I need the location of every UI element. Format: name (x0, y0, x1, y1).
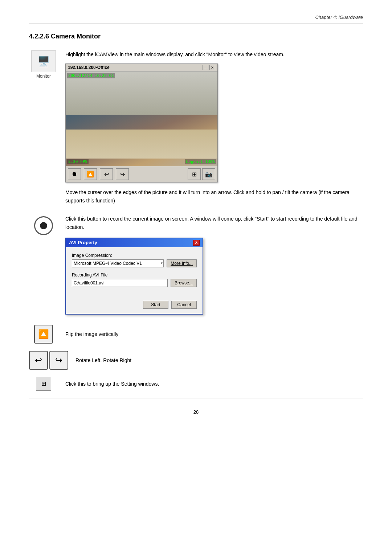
more-info-button[interactable]: More Info... (167, 259, 197, 267)
record-cam-button[interactable]: ⏺ (68, 168, 81, 180)
setting-section: ⊞ Click this to bring up the Setting win… (29, 377, 363, 391)
avi-close-button[interactable]: X (193, 240, 200, 246)
monitor-icon: 🖥️ (31, 50, 56, 72)
rotate-section: ↩ ↪ Rotate Left, Rotate Right (29, 351, 363, 370)
camera-window-controls[interactable]: _ X (203, 65, 215, 70)
rotate-left-cam-button[interactable]: ↩ (100, 168, 113, 180)
close-button[interactable]: X (209, 65, 215, 70)
record-content: Click this button to record the current … (65, 215, 363, 315)
recording-file-row: Browse... (72, 279, 197, 287)
flip-description: Flip the image vertically (65, 330, 118, 338)
camera-timestamp: 2005/12/14 10:22:01 (67, 73, 115, 78)
rotate-description: Rotate Left, Rotate Right (75, 356, 131, 364)
flip-section: 🔼 Flip the image vertically (29, 325, 363, 344)
avi-property-dialog: AVI Property X Image Compression: Micros… (65, 238, 203, 315)
camera-titlebar: 192.168.0.200-Office _ X (66, 64, 217, 71)
codec-select-wrap[interactable]: Microsoft MPEG-4 Video Codec V1 (72, 259, 164, 267)
top-divider (29, 24, 363, 24)
image-compression-row: Microsoft MPEG-4 Video Codec V1 More Inf… (72, 259, 197, 267)
pan-description: Move the curser over the edges of the pi… (65, 188, 363, 205)
record-description: Click this button to record the current … (65, 215, 363, 231)
rotate-left-icon: ↩ (29, 351, 48, 370)
cancel-button[interactable]: Cancel (171, 301, 197, 309)
monitor-section: 🖥️ Monitor Highlight the iCAMView in the… (29, 50, 363, 205)
setting-icon: ⊞ (36, 377, 51, 391)
camera-extra-buttons[interactable]: ⊞ 📷 (188, 168, 215, 180)
settings-cam-button[interactable]: ⊞ (188, 168, 201, 180)
flip-icon-area: 🔼 (29, 325, 58, 344)
camera-control-buttons[interactable]: ⏺ 🔼 ↩ ↪ (68, 168, 129, 180)
record-icon-area (29, 215, 58, 235)
avi-dialog-title: AVI Property (69, 240, 97, 245)
rotate-right-icon: ↪ (49, 351, 68, 370)
start-button[interactable]: Start (143, 301, 168, 309)
camera-window: 192.168.0.200-Office _ X 2005/12/14 10:2… (65, 63, 218, 182)
file-path-input[interactable] (72, 279, 168, 287)
camera-controls-bar: ⏺ 🔼 ↩ ↪ ⊞ 📷 (66, 166, 217, 182)
flip-cam-button[interactable]: 🔼 (84, 168, 97, 180)
monitor-description: Highlight the iCAMView in the main windo… (65, 50, 363, 58)
monitor-content: Highlight the iCAMView in the main windo… (65, 50, 363, 205)
chapter-reference: Chapter 4: iGuardware (29, 15, 363, 20)
recording-avi-label: Recording AVI File (72, 272, 197, 278)
rotate-icon-area: ↩ ↪ (29, 351, 68, 370)
floor-decor (66, 130, 217, 159)
image-compression-label: Image Compression: (72, 253, 197, 258)
minimize-button[interactable]: _ (203, 65, 208, 70)
snapshot-cam-button[interactable]: 📷 (202, 168, 215, 180)
camera-video-area: 2005/12/14 10:22:01 5.20 FPS Logon:1 100… (66, 71, 217, 166)
record-icon (34, 216, 53, 235)
avi-body: Image Compression: Microsoft MPEG-4 Vide… (66, 247, 203, 298)
codec-select[interactable]: Microsoft MPEG-4 Video Codec V1 (72, 259, 164, 267)
rotate-icons: ↩ ↪ (29, 351, 68, 370)
flip-icon: 🔼 (34, 325, 53, 344)
avi-titlebar: AVI Property X (66, 238, 203, 247)
section-title: 4.2.2.6 Camera Monitor (29, 33, 363, 40)
browse-button[interactable]: Browse... (171, 279, 197, 287)
record-section: Click this button to record the current … (29, 215, 363, 315)
setting-icon-area: ⊞ (29, 377, 58, 391)
monitor-icon-area: 🖥️ Monitor (29, 50, 58, 205)
camera-fps: 5.20 FPS (67, 159, 89, 164)
page-number: 28 (29, 409, 363, 415)
monitor-icon-label: Monitor (36, 74, 51, 79)
bottom-divider (29, 398, 363, 398)
record-dot (40, 222, 47, 229)
camera-window-title: 192.168.0.200-Office (68, 65, 110, 70)
camera-logon: Logon:1 100% (185, 159, 216, 164)
rotate-right-cam-button[interactable]: ↪ (116, 168, 129, 180)
avi-footer: Start Cancel (66, 298, 203, 314)
setting-description: Click this to bring up the Setting windo… (65, 380, 159, 388)
